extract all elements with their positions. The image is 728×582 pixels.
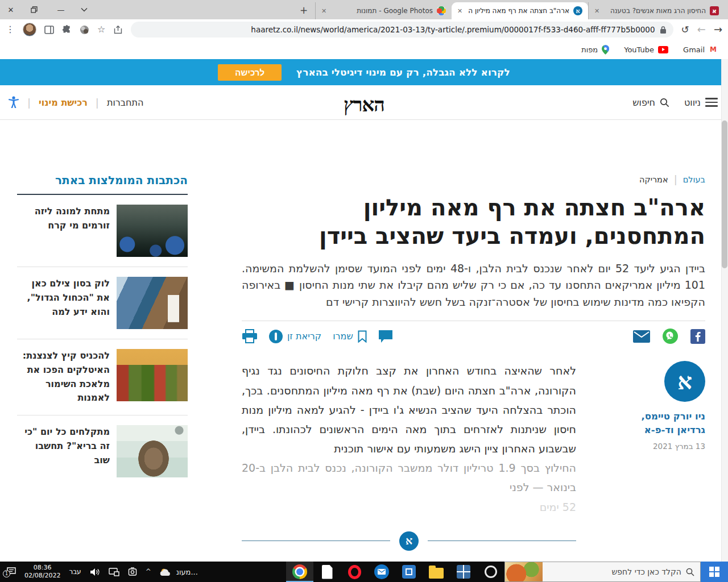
taskbar-mail-button[interactable] (368, 562, 395, 582)
start-button[interactable] (701, 562, 728, 582)
article-thumbnail[interactable] (117, 425, 188, 477)
recommended-title[interactable]: מתחת למונה ליזה זורמים מי קרח (17, 205, 110, 233)
taskbar-chrome-button[interactable] (286, 562, 313, 582)
extension-sphere-icon[interactable] (80, 25, 89, 35)
restore-icon (31, 6, 38, 13)
tab-haaretz-article[interactable]: א ארה"ב חצתה את רף מאה מיליון ה ✕ (452, 2, 588, 19)
tray-app-icon[interactable] (128, 567, 137, 576)
system-tray: 1 08:36 02/08/2022 עבר ^ מעונ... (0, 562, 205, 582)
bookmark-label: Gmail (683, 45, 705, 54)
bookmark-gmail[interactable]: M Gmail (683, 45, 718, 54)
tab-title: החיסון הרג מאות אנשים? בטענה (603, 7, 706, 15)
email-share-icon[interactable] (633, 330, 650, 343)
breadcrumb-america-link[interactable]: אמריקה (639, 175, 668, 184)
bookmark-label: YouTube (624, 45, 654, 54)
save-label: שמרו (333, 331, 353, 342)
taskbar-clock[interactable]: 08:36 02/08/2022 (24, 564, 60, 580)
bookmark-label: מפות (581, 45, 598, 54)
purchase-button[interactable]: לרכישה (218, 64, 282, 81)
window-close-button[interactable]: ✕ (6, 6, 16, 14)
recommended-item[interactable]: מתקלחים כל יום "כי זה בריא"? תחשבו שוב (17, 415, 188, 487)
windows-taskbar: 1 08:36 02/08/2022 עבר ^ מעונ... (0, 562, 728, 582)
weather-widget[interactable]: מעונ... (160, 568, 198, 576)
login-link[interactable]: התחברות (107, 97, 144, 108)
recommended-title[interactable]: להכניס קיץ לצנצנת: האיטלקים הפכו את מלאכ… (17, 349, 110, 405)
article-paragraph: לאחר שהאיצה בחודש האחרון את קצב חלוקת הח… (242, 361, 576, 458)
taskbar-explorer-button[interactable] (423, 562, 450, 582)
divider-line (428, 541, 576, 541)
window-menu-chevron[interactable] (81, 7, 91, 12)
article-thumbnail[interactable] (117, 205, 188, 257)
tab-google-photos[interactable]: Google Photos - תמונות ✕ (315, 2, 452, 19)
folder-icon (429, 568, 444, 579)
taskbar-spacer (205, 562, 286, 582)
address-bar[interactable]: haaretz.co.il/news/world/america/2021-03… (131, 22, 673, 38)
volume-icon[interactable] (90, 568, 100, 576)
side-panel-icon[interactable] (44, 26, 54, 34)
article-title: ארה"ב חצתה את רף מאה מיליון המתחסנים, וע… (242, 193, 705, 250)
article-text-column: לאחר שהאיצה בחודש האחרון את קצב חלוקת הח… (242, 361, 576, 562)
tab-close-icon[interactable]: ✕ (457, 7, 462, 15)
recommended-title[interactable]: מתקלחים כל יום "כי זה בריא"? תחשבו שוב (17, 425, 110, 467)
hidden-icons-chevron[interactable]: ^ (146, 568, 151, 576)
taskbar-store-button[interactable] (395, 562, 423, 582)
taskbar-apps (286, 562, 504, 582)
bookmark-youtube[interactable]: YouTube (624, 45, 668, 54)
bookmark-maps[interactable]: מפות (581, 45, 609, 55)
profile-avatar[interactable] (23, 23, 36, 36)
new-tab-button[interactable]: + (296, 2, 312, 18)
language-indicator[interactable]: עבר (69, 568, 81, 576)
tab-close-icon[interactable]: ✕ (321, 7, 326, 15)
accessibility-icon[interactable] (8, 96, 19, 109)
recommended-item[interactable]: מתחת למונה ליזה זורמים מי קרח (17, 195, 188, 267)
article-thumbnail[interactable] (117, 349, 188, 401)
opera-icon (348, 565, 361, 579)
haaretz-logo[interactable]: הארץ (344, 93, 384, 116)
recommended-item[interactable]: להכניס קיץ לצנצנת: האיטלקים הפכו את מלאכ… (17, 339, 188, 415)
recommended-item[interactable]: לוק בסון צילם כאן את "הכחול הגדול", והוא… (17, 267, 188, 339)
reload-button[interactable]: ↺ (681, 25, 689, 35)
author-byline[interactable]: ניו יורק טיימס, גרדיאן וד-פ-א (617, 410, 705, 437)
save-article-button[interactable]: שמרו (333, 330, 367, 343)
clock-date: 02/08/2022 (24, 572, 60, 580)
send-to-device-icon[interactable] (113, 25, 123, 35)
haaretz-logo-circle: א (664, 361, 705, 402)
action-center-button[interactable]: 1 (7, 567, 16, 576)
whatsapp-share-icon[interactable] (663, 329, 678, 344)
taskbar-notepad-button[interactable] (313, 562, 341, 582)
back-button[interactable]: → (714, 24, 722, 35)
lock-icon[interactable] (660, 26, 667, 34)
haaretz-favicon: א (573, 6, 582, 15)
subscribe-link[interactable]: רכישת מינוי (39, 97, 88, 108)
bookmark-star-icon[interactable]: ☆ (97, 25, 105, 34)
publish-date: 13 במרץ 2021 (617, 442, 705, 451)
comments-icon[interactable] (378, 330, 393, 343)
search-highlight-image[interactable] (505, 562, 543, 581)
window-restore-button[interactable] (31, 6, 41, 13)
tab-title: ארה"ב חצתה את רף מאה מיליון ה (466, 7, 569, 15)
article-thumbnail[interactable] (117, 277, 188, 329)
forward-button[interactable]: ← (697, 24, 706, 35)
window-minimize-button[interactable]: — (56, 6, 66, 14)
zen-reading-button[interactable]: קריאת זן (269, 330, 321, 343)
taskbar-opera-button[interactable] (341, 562, 368, 582)
tab-vaccine-news[interactable]: א החיסון הרג מאות אנשים? בטענה ✕ (588, 2, 725, 19)
article-subtitle: ביידן הגיע ליעד 52 יום לאחר שנכנס לבית ה… (242, 260, 705, 310)
scrollbar-thumb[interactable] (722, 120, 727, 268)
extensions-puzzle-icon[interactable] (62, 25, 72, 35)
breadcrumb-world-link[interactable]: בעולם (683, 175, 705, 184)
display-connect-icon[interactable] (109, 568, 119, 576)
article-body-row: א ניו יורק טיימס, גרדיאן וד-פ-א 13 במרץ … (242, 361, 705, 562)
tab-close-icon[interactable]: ✕ (594, 7, 599, 15)
facebook-share-icon[interactable] (690, 329, 705, 344)
taskbar-ring-app-button[interactable] (477, 562, 504, 582)
print-icon[interactable] (242, 329, 258, 344)
nav-menu-button[interactable]: ניווט (684, 97, 718, 108)
page-scrollbar[interactable] (721, 59, 728, 562)
taskbar-search-box[interactable]: הקלד כאן כדי לחפש (504, 562, 701, 582)
search-button[interactable]: חיפוש (632, 97, 669, 108)
taskbar-settings-button[interactable] (450, 562, 477, 582)
maps-pin-icon (602, 45, 609, 55)
browser-menu-kebab-icon[interactable]: ⋮ (6, 25, 15, 34)
recommended-title[interactable]: לוק בסון צילם כאן את "הכחול הגדול", והוא… (17, 277, 110, 319)
